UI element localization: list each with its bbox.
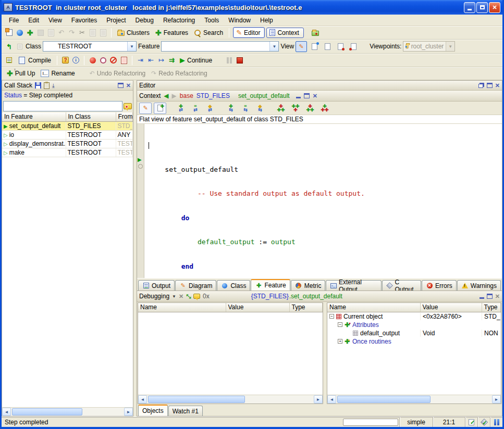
code-area[interactable]: ▶ set_output_default -- Use standard out… — [137, 124, 502, 278]
col-in-feature[interactable]: In Feature — [2, 112, 66, 121]
step-out-icon[interactable]: ↦ — [157, 56, 166, 65]
class-combo[interactable]: TESTROOT ▼ — [43, 41, 137, 52]
creators-icon[interactable]: ◆⇄ — [204, 103, 216, 114]
scroll-left-icon[interactable]: ◄ — [2, 408, 11, 416]
menu-edit[interactable]: Edit — [24, 16, 43, 25]
collapse-icon[interactable]: − — [329, 314, 334, 319]
pull-up-button[interactable]: ✚ Pull Up — [5, 68, 37, 79]
objects-hscrollbar[interactable]: ◄ ► — [327, 395, 501, 403]
tree-row-once-routines[interactable]: + ✚▲ Once routines — [327, 337, 501, 346]
debugging-minimize-icon[interactable] — [480, 294, 484, 299]
open-icon[interactable] — [15, 29, 24, 37]
call-stack-row[interactable]: ▷make TESTROOT TEST — [2, 148, 133, 157]
call-stack-hscrollbar[interactable]: ◄ ► — [2, 407, 133, 416]
call-stack-row[interactable]: ▷io TESTROOT ANY — [2, 130, 133, 139]
editor-close-icon[interactable]: ✕ — [495, 82, 500, 89]
basic-text-view-icon[interactable]: ✎ — [139, 103, 152, 114]
watch-col-type[interactable]: Type — [289, 303, 323, 312]
scroll-left-icon[interactable]: ◄ — [138, 395, 147, 403]
call-stack-row[interactable]: ▷display_demonstrat... TESTROOT TEST — [2, 139, 133, 148]
tab-output[interactable]: Output — [138, 280, 175, 291]
debugging-maximize-icon[interactable] — [487, 294, 493, 299]
view-contract-button[interactable] — [335, 41, 346, 52]
melt-icon[interactable]: ? — [61, 56, 70, 65]
breakpoints-window-icon[interactable] — [119, 56, 128, 65]
continue-button[interactable]: ▶ Continue — [178, 55, 214, 65]
run-to-cursor-icon[interactable]: ⇉ — [167, 56, 176, 65]
assignees-icon[interactable]: =⇆ — [239, 103, 252, 114]
scroll-right-icon[interactable]: ► — [314, 395, 323, 403]
clients-icon[interactable]: ✚✚✚ — [304, 103, 316, 114]
exception-dialog-icon[interactable] — [124, 103, 132, 109]
outputs-icon[interactable] — [5, 56, 14, 65]
callers-icon[interactable]: ✚⇄ — [175, 103, 187, 114]
class-combo-arrow-icon[interactable]: ▼ — [127, 42, 136, 51]
menu-help[interactable]: Help — [256, 16, 277, 25]
tab-class[interactable]: Class — [217, 280, 250, 291]
menu-file[interactable]: File — [5, 16, 23, 25]
save-stack-icon[interactable] — [35, 82, 41, 89]
tab-feature[interactable]: ✚Feature — [251, 279, 290, 291]
tab-diagram[interactable]: ✎Diagram — [175, 280, 216, 291]
breakpoint-disable-icon[interactable] — [99, 56, 107, 65]
view-clickable-button[interactable] — [309, 41, 320, 52]
hex-format-label[interactable]: 0x — [203, 293, 210, 300]
menu-debug[interactable]: Debug — [131, 16, 158, 25]
suppliers-icon[interactable]: ✚✚✚ — [318, 103, 331, 114]
back-icon[interactable]: ↰ — [5, 42, 14, 51]
menu-favorites[interactable]: Favorites — [67, 16, 101, 25]
editor-toggle-button[interactable]: ✎ Editor — [233, 27, 265, 38]
tree-row-current-object[interactable]: − Current object <0x32A8760> STD_ — [327, 312, 501, 321]
view-editor-button[interactable]: ✎ — [296, 41, 307, 52]
feature-combo[interactable]: ▼ — [161, 41, 279, 52]
scroll-right-icon[interactable]: ► — [124, 408, 133, 416]
crumb-library[interactable]: base — [180, 92, 193, 99]
menu-view[interactable]: View — [44, 16, 66, 25]
add-icon[interactable]: ✚ — [26, 29, 34, 37]
rename-button[interactable]: I... Rename — [39, 69, 77, 78]
view-flat-button[interactable] — [322, 41, 333, 52]
collapse-icon[interactable]: − — [338, 322, 342, 327]
tab-external-output[interactable]: >_External Output — [326, 280, 382, 291]
tree-row-default-output[interactable]: default_output Void NON — [327, 329, 501, 337]
step-into-icon[interactable]: ⇥ — [136, 56, 145, 65]
minimize-button[interactable] — [464, 2, 475, 13]
debugging-menu-arrow-icon[interactable]: ▼ — [172, 294, 176, 299]
ancestors-icon[interactable]: ✚✚✚ — [275, 103, 287, 114]
exception-field[interactable] — [3, 101, 122, 111]
context-back-icon[interactable]: ◀ — [164, 92, 168, 99]
save-state-icon[interactable]: ✓ — [465, 417, 477, 427]
col-in-class[interactable]: In Class — [66, 112, 116, 121]
scroll-left-icon[interactable]: ◄ — [327, 395, 336, 403]
crumb-class[interactable]: STD_FILES — [196, 92, 230, 99]
descendants-icon[interactable]: ✚✚✚ — [289, 103, 302, 114]
callstack-maximize-icon[interactable] — [118, 83, 124, 88]
compile-button[interactable]: Compile — [15, 55, 53, 66]
assigners-icon[interactable]: =⇄ — [189, 103, 202, 114]
created-icon[interactable]: ◆⇆ — [254, 103, 266, 114]
feature-combo-arrow-icon[interactable]: ▼ — [269, 42, 278, 51]
tab-objects[interactable]: Objects — [138, 405, 168, 416]
crumb-feature[interactable]: set_output_default — [238, 92, 290, 99]
context-toggle-button[interactable]: Context — [266, 28, 303, 38]
debug-dialog-icon[interactable] — [193, 294, 200, 299]
breakpoint-enable-icon[interactable] — [88, 56, 97, 65]
tab-errors[interactable]: ✕Errors — [422, 280, 457, 291]
editor-maximize-icon[interactable] — [487, 83, 493, 88]
step-over-icon[interactable]: ⇤ — [146, 56, 155, 65]
search-button[interactable]: Search — [192, 28, 225, 37]
tab-warnings[interactable]: Warnings — [457, 280, 501, 291]
breakpoint-margin[interactable]: ▶ — [137, 124, 144, 278]
copy-stack-icon[interactable] — [44, 82, 50, 89]
flat-view-icon[interactable]: ✚ — [154, 103, 166, 114]
features-button[interactable]: ✚ Features — [153, 28, 190, 38]
clusters-button[interactable]: Clusters — [115, 28, 152, 37]
menu-refactoring[interactable]: Refactoring — [159, 16, 199, 25]
watch-hscrollbar[interactable]: ◄ ► — [138, 395, 323, 403]
breakpoint-remove-icon[interactable] — [109, 56, 118, 65]
new-document-icon[interactable] — [5, 29, 14, 37]
stack-depth-icon[interactable]: ⤓ — [52, 82, 55, 89]
tab-c-output[interactable]: C Output — [382, 280, 421, 291]
info-icon[interactable]: i — [71, 56, 80, 65]
exchange-icon[interactable]: ⤡ — [186, 293, 191, 300]
